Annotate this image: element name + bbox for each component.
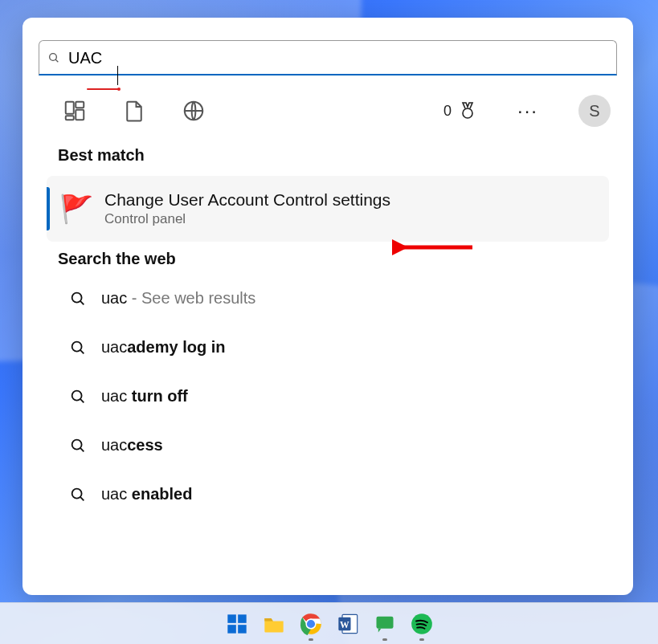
rewards-count: 0 bbox=[443, 103, 452, 120]
web-result-text: uac turn off bbox=[101, 387, 188, 406]
svg-rect-21 bbox=[227, 625, 236, 634]
spellcheck-underline bbox=[87, 88, 119, 90]
search-icon bbox=[69, 339, 87, 357]
svg-rect-5 bbox=[66, 116, 74, 120]
svg-rect-20 bbox=[238, 614, 247, 623]
web-result-text: uac enabled bbox=[101, 485, 192, 503]
web-filter-icon[interactable] bbox=[182, 99, 206, 123]
svg-line-17 bbox=[80, 496, 84, 499]
svg-rect-22 bbox=[238, 625, 247, 634]
svg-point-8 bbox=[72, 292, 82, 302]
start-search-panel: 0 ··· S Best match 🚩 Change User Account… bbox=[22, 18, 633, 595]
taskbar: W bbox=[0, 602, 658, 644]
best-match-subtitle: Control panel bbox=[104, 211, 390, 227]
svg-line-15 bbox=[80, 447, 84, 450]
best-match-heading: Best match bbox=[22, 132, 633, 176]
user-avatar[interactable]: S bbox=[578, 95, 611, 127]
web-result-3[interactable]: uaccess bbox=[22, 426, 633, 464]
selection-accent bbox=[47, 187, 50, 230]
svg-line-1 bbox=[55, 59, 58, 62]
search-input[interactable] bbox=[68, 47, 608, 67]
spotify-icon[interactable] bbox=[410, 612, 434, 636]
svg-line-9 bbox=[80, 300, 84, 304]
svg-point-16 bbox=[72, 488, 82, 498]
web-results-list: uac - See web resultsuacademy log inuac … bbox=[22, 279, 633, 524]
web-result-1[interactable]: uacademy log in bbox=[22, 328, 633, 366]
documents-filter-icon[interactable] bbox=[122, 99, 146, 123]
web-result-2[interactable]: uac turn off bbox=[22, 377, 633, 415]
svg-rect-2 bbox=[66, 102, 74, 114]
best-match-result[interactable]: 🚩 Change User Account Control settings C… bbox=[47, 176, 609, 242]
svg-rect-30 bbox=[376, 616, 393, 628]
apps-filter-icon[interactable] bbox=[63, 99, 87, 123]
svg-point-12 bbox=[72, 390, 82, 400]
svg-text:W: W bbox=[340, 619, 349, 630]
svg-rect-4 bbox=[76, 110, 84, 120]
svg-point-14 bbox=[72, 439, 82, 449]
best-match-title: Change User Account Control settings bbox=[104, 190, 390, 210]
search-icon bbox=[69, 290, 87, 308]
search-icon bbox=[69, 486, 87, 503]
rewards-indicator[interactable]: 0 bbox=[443, 101, 477, 120]
search-box[interactable] bbox=[39, 40, 617, 75]
svg-point-10 bbox=[72, 341, 82, 351]
chat-icon[interactable] bbox=[373, 612, 397, 636]
svg-rect-3 bbox=[76, 102, 84, 108]
web-result-0[interactable]: uac - See web results bbox=[22, 279, 633, 317]
web-result-4[interactable]: uac enabled bbox=[22, 475, 633, 513]
search-web-heading: Search the web bbox=[22, 242, 633, 279]
search-icon bbox=[69, 437, 87, 454]
file-explorer-icon[interactable] bbox=[262, 612, 286, 636]
start-button[interactable] bbox=[225, 612, 249, 636]
svg-point-7 bbox=[463, 108, 472, 118]
web-result-text: uacademy log in bbox=[101, 338, 226, 357]
svg-line-11 bbox=[80, 349, 84, 353]
svg-point-0 bbox=[50, 53, 57, 60]
uac-flag-icon: 🚩 bbox=[59, 195, 93, 222]
word-icon[interactable]: W bbox=[336, 612, 360, 636]
svg-rect-19 bbox=[227, 614, 236, 623]
chrome-icon[interactable] bbox=[299, 612, 323, 636]
search-icon bbox=[47, 51, 60, 64]
web-result-text: uaccess bbox=[101, 436, 163, 454]
search-filter-toolbar: 0 ··· S bbox=[22, 75, 633, 132]
svg-line-13 bbox=[80, 398, 84, 401]
text-caret bbox=[117, 66, 118, 85]
web-result-text: uac - See web results bbox=[101, 289, 255, 308]
search-icon bbox=[69, 388, 87, 406]
more-options-button[interactable]: ··· bbox=[513, 100, 543, 122]
rewards-icon bbox=[458, 101, 477, 120]
